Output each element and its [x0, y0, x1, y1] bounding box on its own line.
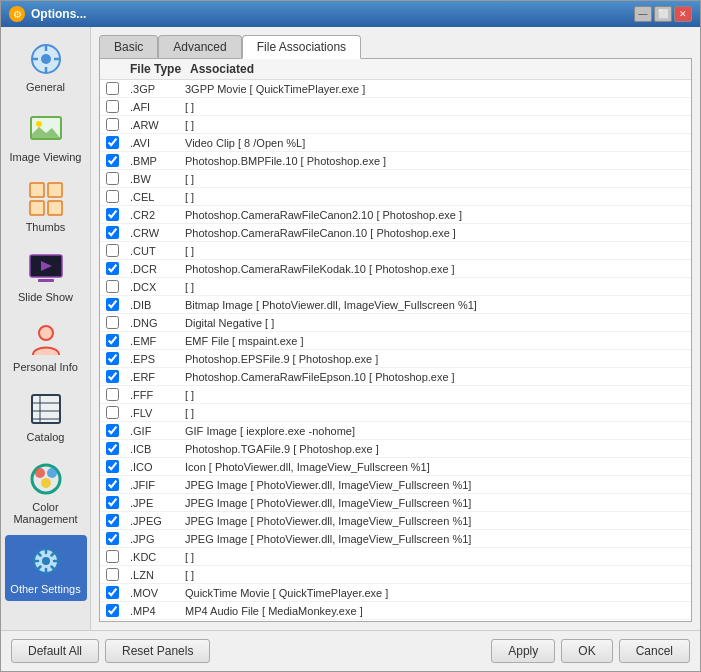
cell-associated: [ ] [185, 173, 685, 185]
row-checkbox[interactable] [106, 424, 119, 437]
cell-filetype: .CR2 [130, 209, 185, 221]
row-checkbox[interactable] [106, 388, 119, 401]
sidebar-item-other-settings[interactable]: Other Settings [5, 535, 87, 601]
table-row: .AFI[ ] [100, 98, 691, 116]
table-row: .3GP3GPP Movie [ QuickTimePlayer.exe ] [100, 80, 691, 98]
row-checkbox[interactable] [106, 334, 119, 347]
general-icon [26, 39, 66, 79]
tab-file-associations[interactable]: File Associations [242, 35, 361, 59]
row-checkbox[interactable] [106, 568, 119, 581]
sidebar-item-general[interactable]: General [5, 33, 87, 99]
cell-filetype: .MP4 [130, 605, 185, 617]
row-checkbox[interactable] [106, 532, 119, 545]
table-row: .ICBPhotoshop.TGAFile.9 [ Photoshop.exe … [100, 440, 691, 458]
svg-rect-10 [38, 279, 54, 282]
table-header: File Type Associated [100, 59, 691, 80]
image-viewing-icon [26, 109, 66, 149]
minimize-button[interactable]: — [634, 6, 652, 22]
row-checkbox[interactable] [106, 154, 119, 167]
close-button[interactable]: ✕ [674, 6, 692, 22]
row-checkbox[interactable] [106, 226, 119, 239]
cell-associated: Photoshop.CameraRawFileKodak.10 [ Photos… [185, 263, 685, 275]
row-checkbox[interactable] [106, 514, 119, 527]
row-checkbox[interactable] [106, 82, 119, 95]
personal-info-icon [26, 319, 66, 359]
table-row: .ERFPhotoshop.CameraRawFileEpson.10 [ Ph… [100, 368, 691, 386]
catalog-label: Catalog [27, 431, 65, 443]
cell-associated: Digital Negative [ ] [185, 317, 685, 329]
row-checkbox[interactable] [106, 208, 119, 221]
svg-point-18 [35, 468, 45, 478]
sidebar-item-personal-info[interactable]: Personal Info [5, 313, 87, 379]
row-checkbox[interactable] [106, 550, 119, 563]
sidebar-item-catalog[interactable]: Catalog [5, 383, 87, 449]
table-row: .DNGDigital Negative [ ] [100, 314, 691, 332]
cell-filetype: .KDC [130, 551, 185, 563]
cell-associated: MP4 Audio File [ MediaMonkey.exe ] [185, 605, 685, 617]
catalog-icon [26, 389, 66, 429]
sidebar-item-thumbs[interactable]: Thumbs [5, 173, 87, 239]
title-bar: ⚙ Options... — ⬜ ✕ [1, 1, 700, 27]
row-checkbox[interactable] [106, 262, 119, 275]
ok-button[interactable]: OK [561, 639, 612, 663]
svg-rect-6 [30, 201, 44, 215]
sidebar: General Image Viewing [1, 27, 91, 630]
tab-basic[interactable]: Basic [99, 35, 158, 59]
table-row: .EPSPhotoshop.EPSFile.9 [ Photoshop.exe … [100, 350, 691, 368]
row-checkbox[interactable] [106, 586, 119, 599]
row-checkbox[interactable] [106, 496, 119, 509]
cell-associated: GIF Image [ iexplore.exe -nohome] [185, 425, 685, 437]
row-checkbox[interactable] [106, 244, 119, 257]
row-checkbox[interactable] [106, 442, 119, 455]
cell-associated: Bitmap Image [ PhotoViewer.dll, ImageVie… [185, 299, 685, 311]
row-checkbox[interactable] [106, 460, 119, 473]
row-checkbox[interactable] [106, 190, 119, 203]
cell-associated: JPEG Image [ PhotoViewer.dll, ImageView_… [185, 515, 685, 527]
sidebar-item-slide-show[interactable]: Slide Show [5, 243, 87, 309]
table-row: .JPEGJPEG Image [ PhotoViewer.dll, Image… [100, 512, 691, 530]
cell-associated: [ ] [185, 407, 685, 419]
reset-panels-button[interactable]: Reset Panels [105, 639, 210, 663]
image-viewing-label: Image Viewing [10, 151, 82, 163]
table-row: .KDC[ ] [100, 548, 691, 566]
cell-filetype: .CEL [130, 191, 185, 203]
svg-point-19 [47, 468, 57, 478]
row-checkbox[interactable] [106, 118, 119, 131]
sidebar-item-image-viewing[interactable]: Image Viewing [5, 103, 87, 169]
row-checkbox[interactable] [106, 316, 119, 329]
row-checkbox[interactable] [106, 352, 119, 365]
cell-filetype: .EPS [130, 353, 185, 365]
cell-associated: QuickTime Movie [ QuickTimePlayer.exe ] [185, 587, 685, 599]
table-row: .JFIFJPEG Image [ PhotoViewer.dll, Image… [100, 476, 691, 494]
header-associated: Associated [190, 62, 685, 76]
cell-associated: [ ] [185, 389, 685, 401]
content-area: General Image Viewing [1, 27, 700, 630]
table-row: .MOVQuickTime Movie [ QuickTimePlayer.ex… [100, 584, 691, 602]
sidebar-item-color-management[interactable]: Color Management [5, 453, 87, 531]
tab-advanced[interactable]: Advanced [158, 35, 241, 59]
row-checkbox[interactable] [106, 280, 119, 293]
cell-filetype: .BW [130, 173, 185, 185]
table-row: .ARW[ ] [100, 116, 691, 134]
row-checkbox[interactable] [106, 298, 119, 311]
row-checkbox[interactable] [106, 370, 119, 383]
apply-button[interactable]: Apply [491, 639, 555, 663]
app-icon: ⚙ [9, 6, 25, 22]
table-row: .AVIVideo Clip [ 8 /Open %L] [100, 134, 691, 152]
row-checkbox[interactable] [106, 406, 119, 419]
row-checkbox[interactable] [106, 604, 119, 617]
row-checkbox[interactable] [106, 172, 119, 185]
default-all-button[interactable]: Default All [11, 639, 99, 663]
cell-associated: Photoshop.CameraRawFileCanon2.10 [ Photo… [185, 209, 685, 221]
row-checkbox[interactable] [106, 100, 119, 113]
row-checkbox[interactable] [106, 136, 119, 149]
restore-button[interactable]: ⬜ [654, 6, 672, 22]
cell-associated: Photoshop.TGAFile.9 [ Photoshop.exe ] [185, 443, 685, 455]
main-area: Basic Advanced File Associations File Ty… [91, 27, 700, 630]
cancel-button[interactable]: Cancel [619, 639, 690, 663]
cell-filetype: .3GP [130, 83, 185, 95]
cell-filetype: .JPEG [130, 515, 185, 527]
table-body[interactable]: .3GP3GPP Movie [ QuickTimePlayer.exe ].A… [100, 80, 691, 621]
cell-filetype: .DCX [130, 281, 185, 293]
row-checkbox[interactable] [106, 478, 119, 491]
